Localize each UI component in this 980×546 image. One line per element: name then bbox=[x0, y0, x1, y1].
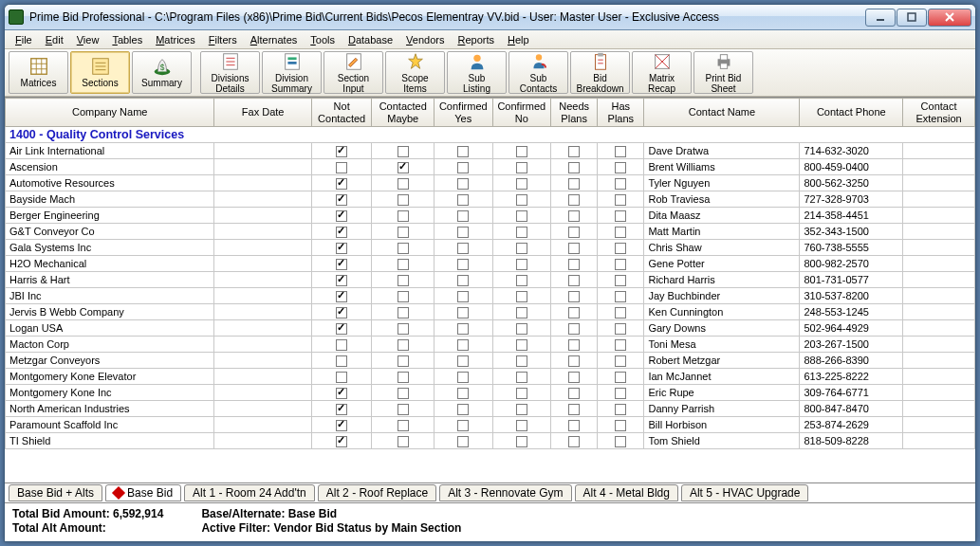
checkbox-nc[interactable] bbox=[336, 323, 347, 335]
checkbox-nc[interactable] bbox=[336, 339, 347, 351]
menu-tools[interactable]: Tools bbox=[304, 32, 342, 47]
table-row[interactable]: Berger EngineeringDita Maasz214-358-4451 bbox=[6, 208, 975, 224]
checkbox-cn[interactable] bbox=[516, 420, 527, 431]
toolbar-matrices[interactable]: Matrices bbox=[9, 51, 68, 94]
col-hp[interactable]: HasPlans bbox=[598, 99, 644, 127]
menu-edit[interactable]: Edit bbox=[39, 32, 70, 47]
checkbox-hp[interactable] bbox=[615, 307, 626, 318]
table-row[interactable]: AscensionBrent Williams800-459-0400 bbox=[6, 159, 975, 175]
col-company[interactable]: Company Name bbox=[6, 99, 214, 127]
checkbox-nc[interactable] bbox=[336, 436, 347, 447]
checkbox-cn[interactable] bbox=[516, 372, 527, 383]
checkbox-hp[interactable] bbox=[615, 420, 626, 431]
checkbox-np[interactable] bbox=[568, 162, 580, 173]
checkbox-cy[interactable] bbox=[457, 178, 469, 190]
checkbox-cn[interactable] bbox=[516, 404, 527, 415]
toolbar-div-details[interactable]: DivisionsDetails bbox=[200, 51, 260, 94]
checkbox-cy[interactable] bbox=[457, 323, 469, 335]
table-row[interactable]: Montgomery Kone ElevatorIan McJannet613-… bbox=[6, 369, 975, 385]
checkbox-cn[interactable] bbox=[516, 162, 527, 173]
checkbox-cn[interactable] bbox=[516, 388, 527, 399]
checkbox-np[interactable] bbox=[568, 372, 580, 383]
checkbox-cy[interactable] bbox=[457, 146, 469, 157]
checkbox-np[interactable] bbox=[568, 275, 580, 286]
table-row[interactable]: Harris & HartRichard Harris801-731-0577 bbox=[6, 272, 975, 288]
checkbox-cn[interactable] bbox=[516, 194, 527, 206]
checkbox-cm[interactable] bbox=[398, 162, 409, 173]
menu-matrices[interactable]: Matrices bbox=[149, 32, 202, 47]
checkbox-np[interactable] bbox=[568, 307, 580, 318]
col-fax[interactable]: Fax Date bbox=[214, 99, 312, 127]
checkbox-cn[interactable] bbox=[516, 307, 527, 318]
checkbox-np[interactable] bbox=[568, 388, 580, 399]
col-cn[interactable]: ConfirmedNo bbox=[492, 99, 551, 127]
toolbar-summary[interactable]: $Summary bbox=[132, 51, 192, 94]
checkbox-nc[interactable] bbox=[336, 291, 347, 302]
checkbox-nc[interactable] bbox=[336, 259, 347, 270]
checkbox-cm[interactable] bbox=[398, 436, 409, 447]
checkbox-cy[interactable] bbox=[457, 372, 469, 383]
sheet-tab[interactable]: Alt 4 - Metal Bldg bbox=[575, 484, 678, 501]
checkbox-cm[interactable] bbox=[398, 275, 409, 286]
toolbar-div-summary[interactable]: DivisionSummary bbox=[262, 51, 322, 94]
checkbox-np[interactable] bbox=[568, 323, 580, 335]
toolbar-print-bid[interactable]: Print BidSheet bbox=[693, 51, 753, 94]
checkbox-cm[interactable] bbox=[398, 388, 409, 399]
close-button[interactable] bbox=[928, 9, 971, 27]
checkbox-hp[interactable] bbox=[615, 275, 626, 286]
sheet-tab[interactable]: Base Bid bbox=[105, 484, 181, 501]
checkbox-nc[interactable] bbox=[336, 194, 347, 206]
checkbox-cy[interactable] bbox=[457, 243, 469, 254]
checkbox-cn[interactable] bbox=[516, 210, 527, 222]
checkbox-cn[interactable] bbox=[516, 275, 527, 286]
checkbox-hp[interactable] bbox=[615, 355, 626, 367]
menu-alternates[interactable]: Alternates bbox=[244, 32, 305, 47]
checkbox-hp[interactable] bbox=[615, 243, 626, 254]
checkbox-np[interactable] bbox=[568, 291, 580, 302]
checkbox-cn[interactable] bbox=[516, 259, 527, 270]
checkbox-hp[interactable] bbox=[615, 372, 626, 383]
toolbar-sections[interactable]: Sections bbox=[70, 51, 130, 94]
checkbox-np[interactable] bbox=[568, 210, 580, 222]
toolbar-sub-listing[interactable]: SubListing bbox=[447, 51, 507, 94]
checkbox-cm[interactable] bbox=[398, 339, 409, 351]
sheet-tab[interactable]: Alt 2 - Roof Replace bbox=[318, 484, 436, 501]
checkbox-cy[interactable] bbox=[457, 339, 469, 351]
table-row[interactable]: Montgomery Kone IncEric Rupe309-764-6771 bbox=[6, 385, 975, 401]
checkbox-np[interactable] bbox=[568, 178, 580, 190]
checkbox-cm[interactable] bbox=[398, 307, 409, 318]
checkbox-nc[interactable] bbox=[336, 162, 347, 173]
table-row[interactable]: Metzgar ConveyorsRobert Metzgar888-266-8… bbox=[6, 353, 975, 369]
checkbox-cn[interactable] bbox=[516, 291, 527, 302]
checkbox-cn[interactable] bbox=[516, 178, 527, 190]
menu-tables[interactable]: Tables bbox=[105, 32, 149, 47]
col-cext[interactable]: ContactExtension bbox=[903, 99, 975, 127]
checkbox-cm[interactable] bbox=[398, 372, 409, 383]
checkbox-nc[interactable] bbox=[336, 404, 347, 415]
maximize-button[interactable] bbox=[897, 9, 927, 27]
col-cname[interactable]: Contact Name bbox=[644, 99, 800, 127]
checkbox-cn[interactable] bbox=[516, 227, 527, 238]
toolbar-sub-contacts[interactable]: SubContacts bbox=[508, 51, 568, 94]
checkbox-nc[interactable] bbox=[336, 227, 347, 238]
sheet-tab[interactable]: Alt 5 - HVAC Upgrade bbox=[681, 484, 809, 501]
checkbox-np[interactable] bbox=[568, 194, 580, 206]
data-grid[interactable]: Company NameFax DateNotContactedContacte… bbox=[5, 97, 975, 482]
checkbox-cm[interactable] bbox=[398, 259, 409, 270]
checkbox-nc[interactable] bbox=[336, 243, 347, 254]
checkbox-cn[interactable] bbox=[516, 146, 527, 157]
checkbox-hp[interactable] bbox=[615, 388, 626, 399]
menu-reports[interactable]: Reports bbox=[451, 32, 501, 47]
checkbox-cy[interactable] bbox=[457, 420, 469, 431]
checkbox-cm[interactable] bbox=[398, 243, 409, 254]
sheet-tab[interactable]: Alt 3 - Rennovate Gym bbox=[439, 484, 571, 501]
checkbox-cy[interactable] bbox=[457, 355, 469, 367]
checkbox-cy[interactable] bbox=[457, 307, 469, 318]
table-row[interactable]: H2O MechanicalGene Potter800-982-2570 bbox=[6, 256, 975, 272]
checkbox-np[interactable] bbox=[568, 339, 580, 351]
toolbar-bid-breakdown[interactable]: BidBreakdown bbox=[570, 51, 630, 94]
minimize-button[interactable] bbox=[865, 9, 896, 27]
table-row[interactable]: Air Link InternationalDave Dratwa714-632… bbox=[6, 143, 975, 159]
toolbar-scope-items[interactable]: ScopeItems bbox=[385, 51, 445, 94]
checkbox-hp[interactable] bbox=[615, 339, 626, 351]
